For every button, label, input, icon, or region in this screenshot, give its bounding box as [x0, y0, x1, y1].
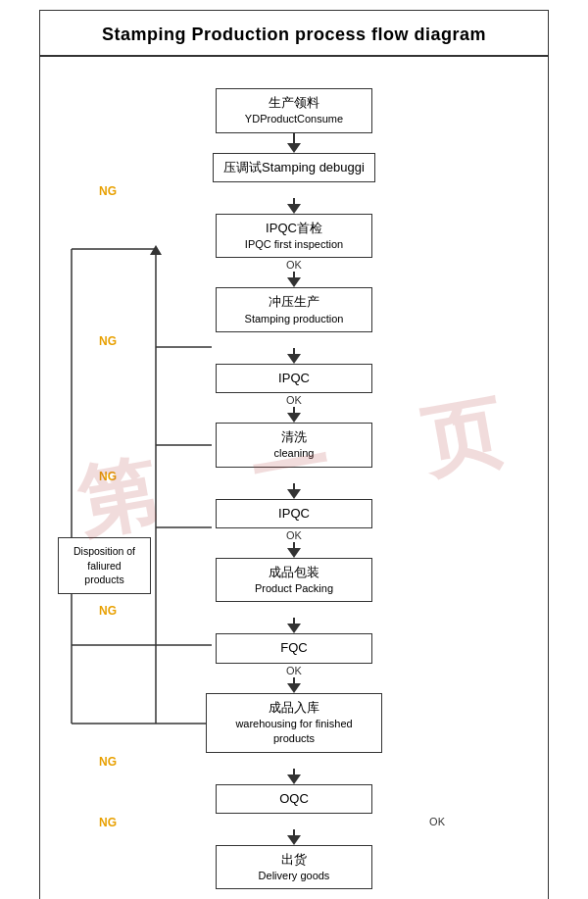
- svg-marker-4: [150, 245, 162, 255]
- box-cleaning-zh: 清洗: [226, 428, 362, 446]
- box-packing-zh: 成品包装: [226, 564, 362, 581]
- ng1-row: NG: [40, 182, 548, 198]
- box-packing-en: Product Packing: [226, 581, 362, 596]
- arrow-down: [287, 835, 301, 845]
- ng5-row: NG: [40, 753, 548, 769]
- arrow-line: [293, 133, 295, 143]
- ng3-row: NG: [40, 468, 548, 483]
- ok2-label: OK: [286, 394, 302, 406]
- box-stamping-zh: 冲压生产: [226, 293, 362, 311]
- box-ipqc1: IPQC首检 IPQC first inspection: [216, 214, 372, 259]
- arrow-down: [287, 548, 301, 558]
- box-ipqc1-en: IPQC first inspection: [226, 237, 362, 252]
- ok3-label: OK: [286, 529, 302, 541]
- ok4-label: OK: [286, 665, 302, 676]
- box-fqc-zh: FQC: [226, 639, 362, 657]
- box-ipqc3: IPQC: [216, 499, 372, 528]
- box-yatiaoshi-zh: 压调试Stamping debuggi: [223, 159, 365, 176]
- page: Stamping Production process flow diagram…: [39, 10, 549, 899]
- box-stamping-en: Stamping production: [226, 312, 362, 326]
- box-yatiaoshi: 压调试Stamping debuggi: [213, 153, 375, 182]
- arrow-down: [287, 683, 301, 693]
- ng6-label: NG: [99, 816, 117, 829]
- box-warehousing-zh: 成品入库: [217, 699, 371, 717]
- box-stamping: 冲压生产 Stamping production: [216, 287, 372, 332]
- ng2-label: NG: [99, 334, 117, 348]
- box-ipqc3-zh: IPQC: [226, 505, 362, 523]
- box-cleaning-en: cleaning: [226, 446, 362, 461]
- box-warehousing-en: warehousing for finished products: [217, 717, 371, 747]
- arrow-down: [287, 774, 301, 784]
- arrow-down: [287, 413, 301, 423]
- box-ipqc2: IPQC: [216, 364, 372, 393]
- box-shengchan-zh: 生产领料: [226, 94, 362, 112]
- ng4-label: NG: [99, 604, 117, 618]
- ng3-label: NG: [99, 470, 117, 483]
- arrow-down: [287, 143, 301, 153]
- arrow-down: [287, 354, 301, 364]
- arrow-down: [287, 204, 301, 214]
- box-ipqc1-zh: IPQC首检: [226, 220, 362, 237]
- ng4-row: NG: [40, 602, 548, 618]
- ng1-label: NG: [99, 184, 117, 198]
- ng5-label: NG: [99, 755, 117, 769]
- box-fqc: FQC: [216, 633, 372, 663]
- box-delivery-en: Delivery goods: [226, 869, 362, 883]
- arrow-down: [287, 277, 301, 287]
- box-delivery: 出货 Delivery goods: [216, 845, 372, 890]
- disposition-text: Disposition of faliured products: [74, 545, 135, 585]
- page-title: Stamping Production process flow diagram: [40, 11, 548, 57]
- box-shengchan: 生产领料 YDProductConsume: [216, 88, 372, 133]
- box-shengchan-en: YDProductConsume: [226, 112, 362, 126]
- ng2-row: NG: [40, 332, 548, 348]
- flow-container: 生产领料 YDProductConsume 压调试Stamping debugg…: [40, 57, 548, 899]
- box-oqc-zh: OQC: [226, 790, 362, 808]
- ng6-ok5-row: NG OK: [40, 814, 548, 829]
- box-cleaning: 清洗 cleaning: [216, 423, 372, 468]
- disposition-box: Disposition of faliured products: [58, 537, 151, 594]
- box-warehousing: 成品入库 warehousing for finished products: [206, 693, 382, 753]
- ok5-label: OK: [429, 816, 445, 827]
- box-packing: 成品包装 Product Packing: [216, 558, 372, 603]
- arrow-down: [287, 489, 301, 499]
- arrow-down: [287, 624, 301, 633]
- box-delivery-zh: 出货: [226, 851, 362, 869]
- box-ipqc2-zh: IPQC: [226, 370, 362, 387]
- ok1-label: OK: [286, 259, 302, 271]
- box-oqc: OQC: [216, 784, 372, 814]
